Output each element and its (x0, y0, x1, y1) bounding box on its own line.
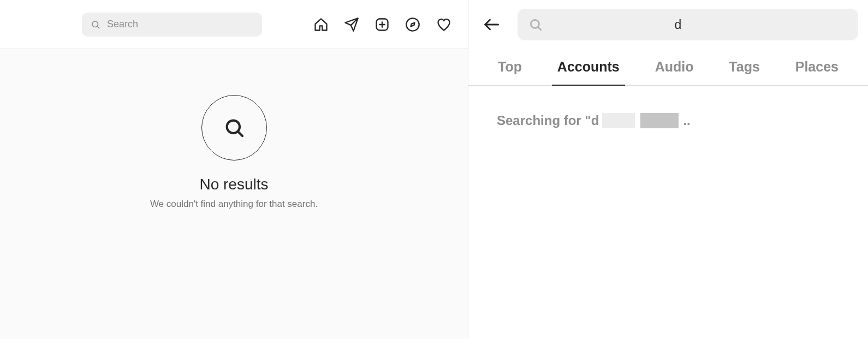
search-icon (528, 17, 543, 32)
desktop-search-pane: No results We couldn't find anything for… (0, 0, 468, 339)
no-results-area: No results We couldn't find anything for… (0, 49, 468, 339)
mobile-search-input[interactable] (552, 17, 847, 32)
search-icon (91, 20, 100, 29)
searching-status-row: Searching for "d .. (468, 86, 868, 128)
mobile-search-container[interactable] (518, 9, 858, 40)
mobile-search-pane: Top Accounts Audio Tags Places Searching… (468, 0, 868, 339)
home-icon[interactable] (313, 17, 329, 32)
svg-marker-6 (411, 22, 415, 26)
search-tabs: Top Accounts Audio Tags Places (468, 49, 868, 86)
tab-tags[interactable]: Tags (723, 49, 765, 86)
svg-line-11 (538, 27, 541, 30)
svg-line-8 (237, 132, 242, 136)
search-input[interactable] (107, 19, 253, 30)
svg-point-5 (406, 18, 419, 31)
search-input-container[interactable] (82, 13, 262, 37)
no-results-subtitle: We couldn't find anything for that searc… (150, 199, 318, 210)
top-nav-bar (0, 0, 468, 49)
create-icon[interactable] (374, 17, 390, 32)
searching-status-text: Searching for "d (497, 113, 599, 128)
redacted-text (602, 113, 635, 128)
tab-accounts[interactable]: Accounts (552, 49, 625, 86)
mobile-search-header (468, 0, 868, 49)
searching-status-suffix: .. (683, 113, 690, 128)
activity-icon[interactable] (436, 17, 452, 32)
no-results-icon-circle (201, 95, 267, 160)
explore-icon[interactable] (405, 17, 420, 32)
back-button[interactable] (480, 16, 502, 33)
tab-places[interactable]: Places (790, 49, 844, 86)
svg-line-1 (97, 26, 99, 28)
arrow-left-icon (480, 16, 502, 33)
search-icon (223, 117, 245, 139)
redacted-text (640, 113, 679, 128)
nav-icons (313, 17, 452, 32)
tab-audio[interactable]: Audio (650, 49, 699, 86)
no-results-title: No results (199, 176, 268, 193)
tab-top[interactable]: Top (492, 49, 527, 86)
messages-icon[interactable] (344, 17, 359, 32)
